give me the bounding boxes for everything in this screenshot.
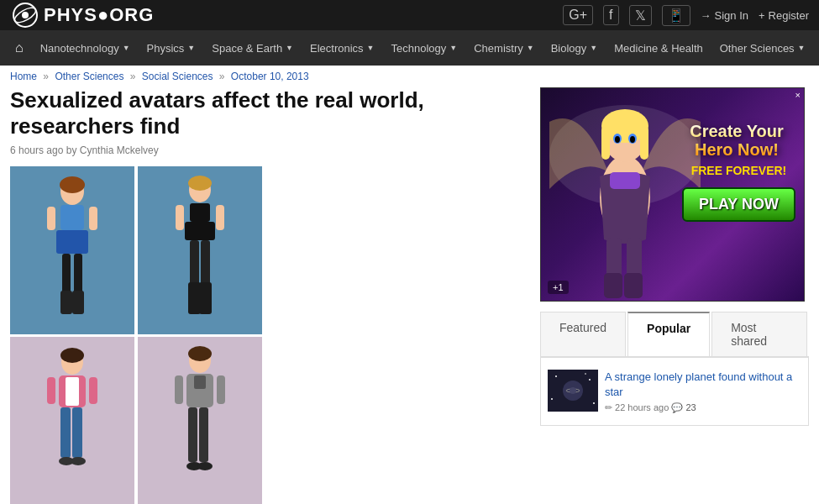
svg-point-16: [188, 176, 212, 191]
svg-rect-23: [176, 205, 184, 230]
article-image-2: [138, 166, 262, 334]
article-meta: 6 hours ago by Cynthia Mckelvey: [10, 144, 523, 156]
news-time: 22 hours ago: [615, 402, 669, 412]
nav-label: Biology: [551, 42, 587, 55]
ad-subtext: FREE FOREVER!: [682, 164, 795, 177]
twitter-icon[interactable]: 𝕏: [629, 5, 652, 26]
svg-point-68: [551, 398, 553, 400]
home-nav-icon[interactable]: ⌂: [7, 40, 32, 55]
svg-rect-13: [89, 207, 97, 230]
top-bar: PHYS●ORG G+ f 𝕏 📱 → Sign In + Register: [0, 0, 819, 30]
breadcrumb-home[interactable]: Home: [10, 71, 37, 82]
plus-icon: +: [759, 9, 765, 22]
nav-item-physics[interactable]: Physics ▼: [139, 30, 204, 66]
nav-item-biology[interactable]: Biology ▼: [543, 30, 606, 66]
chevron-down-icon: ▼: [123, 44, 130, 52]
comment-icon: 💬: [671, 402, 683, 412]
nav-item-medicine-health[interactable]: Medicine & Health: [606, 30, 711, 66]
svg-rect-31: [72, 407, 82, 458]
svg-rect-29: [66, 377, 79, 406]
breadcrumb-date[interactable]: October 10, 2013: [231, 71, 309, 82]
news-info: A strange lonely planet found without a …: [605, 370, 801, 413]
svg-rect-18: [185, 222, 215, 240]
breadcrumb-social-sciences[interactable]: Social Sciences: [142, 71, 213, 82]
svg-rect-52: [640, 126, 648, 160]
svg-rect-9: [74, 254, 82, 296]
edit-icon: ✏: [605, 402, 612, 412]
news-meta: ✏ 22 hours ago 💬 23: [605, 402, 801, 413]
svg-rect-17: [190, 203, 210, 222]
svg-rect-7: [56, 230, 88, 254]
nav-label: Technology: [391, 42, 447, 55]
svg-rect-19: [190, 240, 199, 286]
nav-label: Space & Earth: [212, 42, 282, 55]
chevron-down-icon: ▼: [187, 44, 195, 52]
search-icon[interactable]: 🔍: [814, 39, 819, 57]
svg-rect-46: [217, 375, 225, 404]
svg-rect-11: [72, 291, 84, 314]
svg-point-38: [188, 346, 212, 361]
nav-item-nanotechnology[interactable]: Nanotechnology ▼: [32, 30, 139, 66]
tabs-bar: Featured Popular Most shared: [540, 312, 809, 358]
chevron-down-icon: ▼: [798, 44, 806, 52]
svg-rect-24: [216, 205, 224, 230]
chevron-down-icon: ▼: [590, 44, 597, 52]
sidebar: ×: [540, 87, 809, 504]
breadcrumb-separator: »: [219, 71, 228, 82]
chevron-down-icon: ▼: [527, 44, 534, 52]
mobile-icon[interactable]: 📱: [662, 5, 690, 26]
google-plus-icon[interactable]: G+: [563, 5, 593, 25]
svg-rect-22: [199, 282, 212, 314]
nav-label: Medicine & Health: [614, 42, 703, 55]
tab-featured[interactable]: Featured: [540, 312, 626, 356]
nav-label: Nanotechnology: [40, 42, 119, 55]
svg-rect-51: [601, 126, 610, 160]
svg-point-1: [22, 12, 29, 18]
nav-item-chemistry[interactable]: Chemistry ▼: [465, 30, 542, 66]
ad-play-button[interactable]: PLAY NOW: [682, 187, 795, 222]
sign-in-button[interactable]: → Sign In: [701, 9, 748, 22]
svg-point-70: [585, 373, 586, 375]
register-button[interactable]: + Register: [759, 9, 809, 22]
svg-rect-41: [188, 407, 197, 462]
breadcrumb-separator: »: [43, 71, 51, 82]
tab-popular[interactable]: Popular: [627, 312, 710, 356]
svg-rect-10: [60, 291, 72, 314]
list-item: A strange lonely planet found without a …: [548, 365, 801, 418]
main-content: Sexualized avatars affect the real world…: [0, 87, 819, 504]
svg-point-27: [60, 348, 84, 363]
breadcrumb-other-sciences[interactable]: Other Sciences: [55, 71, 123, 82]
nav-item-technology[interactable]: Technology ▼: [383, 30, 466, 66]
svg-rect-40: [194, 375, 206, 389]
nav-bar: ⌂ Nanotechnology ▼ Physics ▼ Space & Ear…: [0, 30, 819, 66]
news-title-link[interactable]: A strange lonely planet found without a …: [605, 370, 792, 398]
breadcrumb-separator: »: [130, 71, 139, 82]
ad-close-button[interactable]: ×: [795, 90, 801, 100]
article-title: Sexualized avatars affect the real world…: [10, 87, 523, 139]
nav-item-space-earth[interactable]: Space & Earth ▼: [203, 30, 302, 66]
chevron-down-icon: ▼: [449, 44, 457, 52]
svg-rect-21: [188, 282, 201, 314]
article-image-1: [10, 166, 134, 334]
nav-label: Electronics: [310, 42, 364, 55]
svg-rect-57: [610, 172, 640, 189]
svg-point-44: [197, 462, 213, 470]
article-images: [10, 166, 262, 504]
tab-most-shared[interactable]: Most shared: [711, 312, 807, 356]
chevron-down-icon: ▼: [286, 44, 293, 52]
nav-item-other-sciences[interactable]: Other Sciences ▼: [711, 30, 814, 66]
svg-rect-34: [47, 377, 55, 404]
svg-point-69: [593, 402, 595, 404]
news-comment-count: 23: [685, 402, 696, 412]
svg-rect-30: [60, 407, 71, 458]
svg-rect-6: [60, 205, 84, 230]
logo-text: PHYS●ORG: [44, 4, 154, 26]
top-right-actions: G+ f 𝕏 📱 → Sign In + Register: [563, 5, 809, 26]
nav-item-electronics[interactable]: Electronics ▼: [302, 30, 383, 66]
facebook-icon[interactable]: f: [603, 5, 618, 25]
logo-icon: [10, 0, 40, 30]
svg-rect-61: [624, 273, 643, 298]
svg-point-66: [555, 375, 557, 377]
ad-google-plus[interactable]: +1: [548, 281, 569, 294]
nav-label: Physics: [147, 42, 185, 55]
